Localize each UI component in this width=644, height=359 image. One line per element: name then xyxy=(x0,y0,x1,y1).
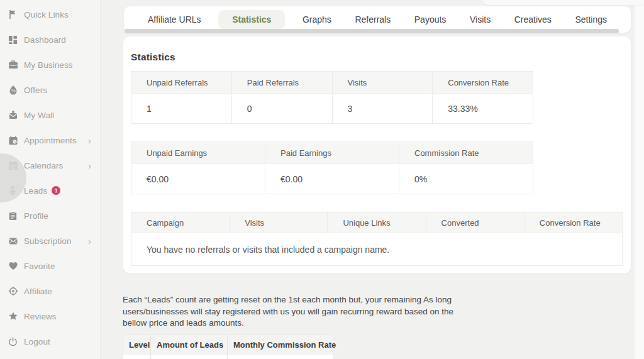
sidebar-item-label: Appointments xyxy=(24,136,77,145)
sidebar-item-label: Calendars xyxy=(24,161,63,170)
power-icon xyxy=(8,336,18,347)
column-header: Paid Earnings xyxy=(265,142,399,163)
heart-icon xyxy=(8,261,18,272)
sidebar-item-label: Profile xyxy=(24,211,48,221)
amount-cell xyxy=(150,354,227,359)
globe-target-icon xyxy=(8,286,18,297)
table-header-row: Unpaid Earnings Paid Earnings Commission… xyxy=(131,142,533,163)
leads-reset-note: Each “Leads” count are getting reset on … xyxy=(123,294,470,329)
envelope-icon xyxy=(8,236,18,246)
sidebar-item-my-business[interactable]: My Business xyxy=(0,52,100,77)
sidebar-item-profile[interactable]: Profile xyxy=(0,203,100,228)
sidebar-item-quick-links[interactable]: Quick Links xyxy=(0,2,100,27)
tab-statistics[interactable]: Statistics xyxy=(218,10,285,29)
conversion-rate-value: 33.33% xyxy=(432,93,533,123)
level-cell xyxy=(123,354,150,359)
paid-earnings-value: €0.00 xyxy=(265,163,399,194)
top-peek-panel xyxy=(483,0,644,5)
column-header: Paid Referrals xyxy=(231,72,332,93)
table-header-row: Unpaid Referrals Paid Referrals Visits C… xyxy=(131,72,533,93)
tab-payouts[interactable]: Payouts xyxy=(408,10,453,29)
sidebar-item-label: Leads xyxy=(24,186,47,196)
sidebar-item-reviews[interactable]: Reviews xyxy=(0,304,100,329)
chevron-right-icon: › xyxy=(88,136,91,145)
page-scrollbar-gutter[interactable] xyxy=(634,0,644,359)
tab-visits[interactable]: Visits xyxy=(464,10,497,29)
sidebar-item-dashboard[interactable]: Dashboard xyxy=(0,27,100,52)
percent-drop-icon: % xyxy=(8,85,18,96)
column-header: Campaign xyxy=(131,213,229,233)
sidebar-item-my-wall[interactable]: My Wall xyxy=(0,102,100,128)
sidebar-item-affiliate[interactable]: Affiliate xyxy=(0,279,100,304)
dashboard-icon xyxy=(8,35,18,45)
calendar-clock-icon xyxy=(8,135,18,146)
rate-cell xyxy=(227,354,333,359)
flag-icon xyxy=(8,9,18,20)
table-header-row: Campaign Visits Unique Links Converted C… xyxy=(131,213,622,233)
sidebar-item-label: Offers xyxy=(24,86,47,95)
sidebar-item-subscription[interactable]: Subscription › xyxy=(0,228,100,253)
empty-state-row: You have no referrals or visits that inc… xyxy=(131,233,622,265)
tab-graphs[interactable]: Graphs xyxy=(296,10,338,29)
clipboard-icon xyxy=(8,211,18,221)
chevron-right-icon: › xyxy=(88,161,91,170)
chevron-right-icon: › xyxy=(88,236,91,246)
sidebar-item-label: Reviews xyxy=(24,312,57,321)
visits-value: 3 xyxy=(332,93,433,123)
briefcase-icon xyxy=(8,60,18,70)
wall-mail-icon xyxy=(8,110,18,121)
sidebar-item-favorite[interactable]: Favorite xyxy=(0,253,100,279)
sidebar-item-offers[interactable]: % Offers xyxy=(0,77,100,102)
earnings-table: Unpaid Earnings Paid Earnings Commission… xyxy=(131,141,533,194)
column-header: Visits xyxy=(332,72,433,93)
column-header: Commission Rate xyxy=(399,142,533,163)
sidebar-item-label: Subscription xyxy=(24,236,72,246)
tab-settings[interactable]: Settings xyxy=(569,10,613,29)
column-header: Conversion Rate xyxy=(432,72,533,93)
page-title: Statistics xyxy=(131,52,623,63)
tab-referrals[interactable]: Referrals xyxy=(348,10,397,29)
tab-creatives[interactable]: Creatives xyxy=(508,10,558,29)
referrals-summary-table: Unpaid Referrals Paid Referrals Visits C… xyxy=(131,71,533,124)
sidebar-item-appointments[interactable]: Appointments › xyxy=(0,128,100,153)
column-header: Converted xyxy=(426,213,524,233)
column-header: Conversion Rate xyxy=(524,213,622,233)
campaign-table: Campaign Visits Unique Links Converted C… xyxy=(131,212,623,266)
commission-rate-value: 0% xyxy=(399,163,533,194)
column-header: Unpaid Earnings xyxy=(131,142,265,163)
unpaid-referrals-value: 1 xyxy=(131,93,231,123)
sidebar-item-label: Dashboard xyxy=(24,35,66,45)
table-row xyxy=(123,354,333,359)
column-header: Unique Links xyxy=(327,213,425,233)
sidebar-item-label: Favorite xyxy=(24,262,55,271)
unpaid-earnings-value: €0.00 xyxy=(131,163,265,194)
leads-count-badge: 1 xyxy=(52,186,60,195)
star-icon xyxy=(8,311,18,322)
table-row: 1 0 3 33.33% xyxy=(131,93,533,123)
svg-text:%: % xyxy=(11,88,15,94)
sidebar-item-label: My Wall xyxy=(24,111,54,120)
column-header: Unpaid Referrals xyxy=(131,72,231,93)
sidebar-item-label: Quick Links xyxy=(24,10,69,19)
tabbar-horizontal-scrollbar[interactable] xyxy=(125,29,619,33)
column-header: Amount of Leads xyxy=(150,335,227,354)
table-header-row: Level Amount of Leads Monthly Commission… xyxy=(123,335,333,354)
column-header: Level xyxy=(123,335,150,354)
column-header: Visits xyxy=(229,213,327,233)
empty-state-message: You have no referrals or visits that inc… xyxy=(131,245,389,255)
sidebar-item-label: Logout xyxy=(24,337,50,346)
column-header: Monthly Commission Rate xyxy=(227,335,333,354)
table-row: €0.00 €0.00 0% xyxy=(131,163,533,194)
sidebar-item-logout[interactable]: Logout xyxy=(0,329,100,354)
statistics-card: Statistics Unpaid Referrals Paid Referra… xyxy=(123,36,631,273)
tab-affiliate-urls[interactable]: Affiliate URLs xyxy=(142,10,208,29)
sidebar-item-label: My Business xyxy=(24,60,73,70)
paid-referrals-value: 0 xyxy=(231,93,332,123)
sidebar-item-label: Affiliate xyxy=(24,287,52,296)
commission-levels-table: Level Amount of Leads Monthly Commission… xyxy=(123,334,333,359)
